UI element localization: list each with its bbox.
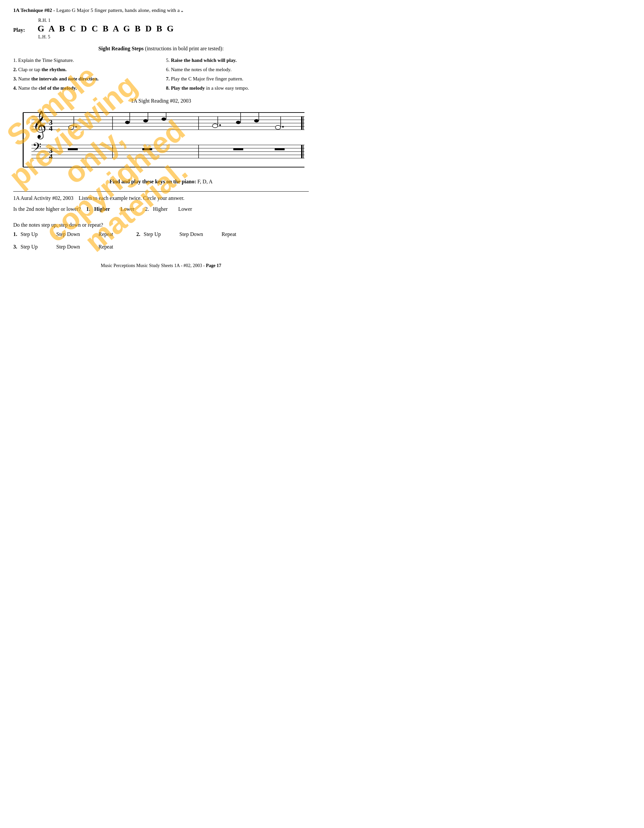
step-7: 7. Play the C Major five finger pattern. [166,75,309,83]
find-keys-line: Find and play these keys on the piano: F… [13,179,309,185]
step-1-num: 1. [13,58,18,63]
aural-q1-lower2: Lower [179,206,192,212]
svg-point-27 [75,126,77,127]
answer-num-3: 3. [13,244,17,250]
step-7-num: 7. [166,76,171,82]
svg-rect-28 [68,148,78,150]
answer-repeat-3: Repeat [93,244,113,250]
aural-q1-lower1: Lower [121,206,134,212]
svg-point-41 [254,119,259,122]
step-3: 3. Name the intervals and note direction… [13,75,156,83]
play-notes: G A B C D C B A G B D B G [38,24,175,34]
play-label: Play: [13,27,25,33]
aural-q1-num1: 1. [86,206,90,212]
aural-title-line: 1A Aural Activity #02, 2003 Listen to ea… [13,194,309,202]
footer-text-bold: Page 17 [206,263,221,268]
music-staff: 𝄞 𝄢 3 4 3 4 [13,106,311,172]
svg-point-38 [219,124,221,126]
step-8: 8. Play the melody in a slow easy tempo. [166,84,309,92]
technique-label: 1A Technique #02 - [13,7,55,13]
svg-point-36 [213,124,218,128]
rh-label: R.H. 1 [38,18,175,23]
sight-reading-header: Sight Reading Steps (instructions in bol… [13,45,309,52]
bass-clef-symbol: 𝄢 [33,141,41,156]
technique-line: 1A Technique #02 - Legato G Major 5 fing… [13,6,309,14]
answer-repeat-2: Repeat [216,231,236,237]
aural-q1-space2 [91,206,92,212]
svg-text:4: 4 [49,124,53,132]
sight-reading-header-suffix: (instructions in bold print are tested): [145,45,224,51]
answer-step-up-3: Step Up [19,244,38,250]
sight-reading-music-title: 1A Sight Reading #02, 2003 [13,98,309,104]
sight-reading-title-text: Sight Reading Steps [98,45,144,51]
footer-text-normal: Music Perceptions Music Study Sheets 1A … [101,263,206,268]
play-notes-block: R.H. 1 G A B C D C B A G B D B G L.H. 5 [38,18,175,40]
step-3-num: 3. [13,76,18,82]
find-keys-values: F, D, A [197,179,213,184]
lh-label: L.H. 5 [38,34,175,40]
svg-point-25 [69,125,74,129]
svg-point-46 [282,126,284,127]
aural-q1-space5 [150,206,152,212]
footer: Music Perceptions Music Study Sheets 1A … [13,263,309,268]
aural-question1: Is the 2nd note higher or lower? 1. High… [13,204,309,213]
answer-repeat-1: Repeat [93,231,113,237]
step-4-num: 4. [13,85,18,91]
aural-q1-space6 [169,206,177,212]
step-5-num: 5. [166,58,171,63]
svg-point-44 [275,125,280,129]
step-8-bold: Play the melody [171,85,205,91]
aural-description: Listen to each example twice. Circle you… [79,195,184,201]
svg-rect-35 [142,148,152,150]
step-3-normal: Name [18,76,31,82]
step-6: 6. Name the notes of the melody. [166,66,309,74]
answers-row-3: 3. Step Up Step Down Repeat [13,244,309,250]
svg-point-33 [161,118,166,121]
step-1: 1. Explain the Time Signature. [13,56,156,64]
aural-q1-higher1: Higher [94,206,110,212]
step-4-bold: clef of the melody. [39,85,77,91]
answer-num-1: 1. [13,231,17,237]
answer-step-up-1: Step Up [19,231,38,237]
step-4: 4. Name the clef of the melody. [13,84,156,92]
step-5-text: Raise the hand which will play. [171,58,237,63]
steps-container: 1. Explain the Time Signature. 5. Raise … [13,56,309,92]
answer-num-2: 2. [136,231,140,237]
svg-point-31 [143,119,148,122]
answer-step-down-1: Step Down [51,231,80,237]
step-6-num: 6. [166,67,171,72]
staff-container: 𝄞 𝄢 3 4 3 4 [13,106,311,172]
step-4-normal: Name the [18,85,39,91]
step-7-text: Play the C Major five finger pattern. [171,76,244,82]
step-3-bold: the intervals and note direction. [31,76,99,82]
technique-description: Legato G Major 5 finger pattern, hands a… [56,7,180,13]
answer-step-down-2: Step Down [174,231,203,237]
aural-q1-text: Is the 2nd note higher or lower? [13,206,81,212]
answer-step-down-3: Step Down [51,244,80,250]
aural-q1-space3 [111,206,119,212]
find-keys-bold: Find and play these keys on the piano: [110,179,196,184]
step-question: Do the notes step up, step down or repea… [13,222,309,228]
answer-step-up-2: Step Up [142,231,161,237]
aural-space [75,195,77,201]
step-2-num: 2. [13,67,18,72]
svg-point-39 [236,121,241,124]
step-8-normal: in a slow easy tempo. [206,85,249,91]
answers-row-1-2: 1. Step Up Step Down Repeat 2. Step Up S… [13,231,309,237]
aural-section: 1A Aural Activity #02, 2003 Listen to ea… [13,194,309,213]
svg-text:4: 4 [49,152,53,160]
step-1-text: Explain the Time Signature. [18,58,74,63]
step-5: 5. Raise the hand which will play. [166,56,309,64]
step-2-bold: the rhythm. [41,67,66,72]
page-content: Sample previewing only, copyrighted mate… [13,6,309,268]
aural-q1-num2: 2. [145,206,149,212]
svg-point-29 [125,121,130,124]
treble-clef-symbol: 𝄞 [33,111,47,139]
svg-rect-43 [233,148,243,150]
step-2-normal: Clap or tap [18,67,41,72]
aural-q1-space [82,206,85,212]
aural-q1-space4 [136,206,144,212]
step-2: 2. Clap or tap the rhythm. [13,66,156,74]
play-section: Play: R.H. 1 G A B C D C B A G B D B G L… [13,18,309,40]
aural-title: 1A Aural Activity #02, 2003 [13,195,74,201]
